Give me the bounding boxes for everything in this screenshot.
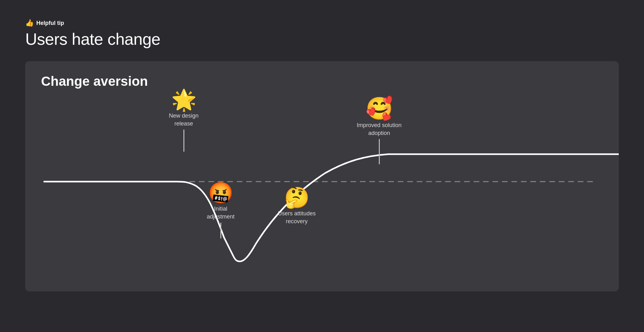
diagram-container: Change aversion 🌟 New designrelease 🤬 In… bbox=[25, 61, 619, 291]
helpful-tip-row: 👍 Helpful tip bbox=[25, 19, 160, 27]
users-attitudes-recovery-label: 🤔 Users attitudesrecovery bbox=[278, 187, 316, 225]
header: 👍 Helpful tip Users hate change bbox=[25, 19, 160, 49]
helpful-tip-label: Helpful tip bbox=[36, 20, 64, 26]
thumbs-up-icon: 👍 bbox=[25, 19, 34, 27]
improved-solution-adoption-label: 🥰 Improved solutionadoption bbox=[357, 97, 402, 164]
star-emoji: 🌟 bbox=[171, 90, 197, 110]
initial-adjustment-text: Initialadjustment bbox=[207, 205, 235, 221]
initial-adjustment-label: 🤬 Initialadjustment bbox=[207, 183, 235, 238]
page-title: Users hate change bbox=[25, 30, 160, 49]
smiling-hearts-emoji: 🥰 bbox=[366, 97, 393, 119]
thinking-emoji: 🤔 bbox=[284, 187, 310, 208]
improved-solution-adoption-text: Improved solutionadoption bbox=[357, 121, 402, 137]
chart-svg bbox=[25, 61, 619, 291]
new-design-release-text: New designrelease bbox=[169, 112, 199, 128]
new-design-release-label: 🌟 New designrelease bbox=[169, 90, 199, 152]
users-attitudes-recovery-text: Users attitudesrecovery bbox=[278, 210, 316, 225]
angry-emoji: 🤬 bbox=[208, 183, 234, 203]
